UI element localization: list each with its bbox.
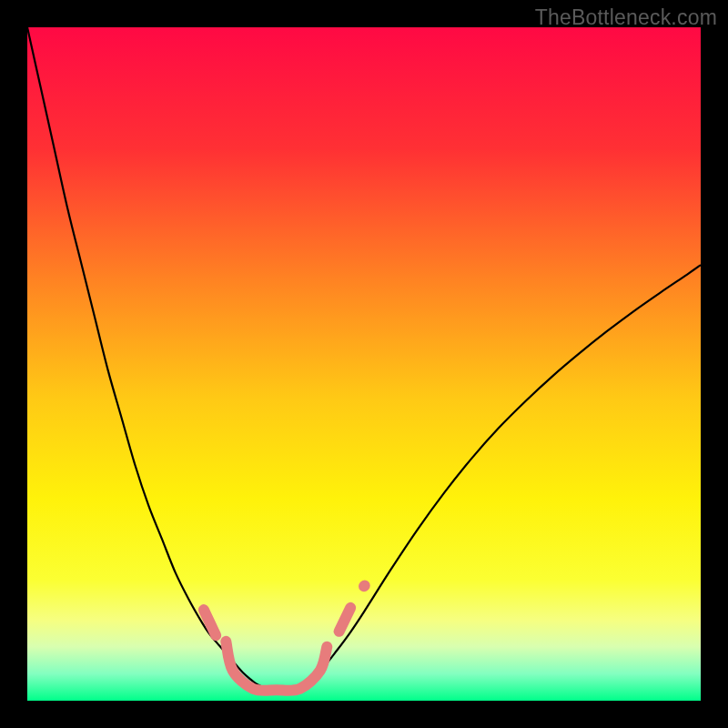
series-left-short-segment [204,610,216,635]
series-right-short-segment [339,608,351,632]
series-left-curve [27,27,263,687]
series-bottom-flat-curve [226,642,327,691]
curve-layer [27,27,701,701]
series-right-curve [297,265,701,687]
plot-area [27,27,701,701]
series-right-dot [364,585,365,586]
chart-frame: TheBottleneck.com [0,0,728,728]
watermark-text: TheBottleneck.com [535,5,717,30]
